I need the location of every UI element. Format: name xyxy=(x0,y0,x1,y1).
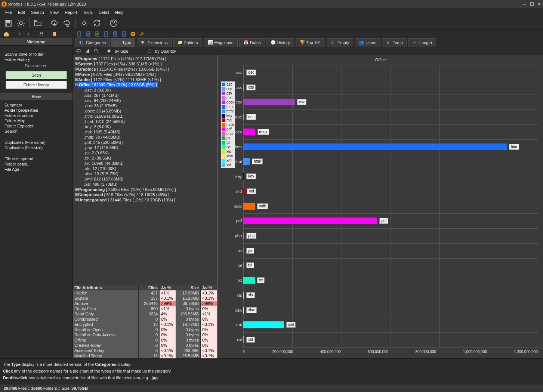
scan-drive-link[interactable]: Scan a drive or folder xyxy=(4,52,68,57)
tab-dates[interactable]: 📅Dates xyxy=(239,38,265,47)
tree-ext-csv[interactable]: .csv: 94 (200.24MB) xyxy=(74,98,216,103)
chart-bar-css[interactable] xyxy=(243,84,244,91)
chart-bar-mdb[interactable] xyxy=(243,203,255,210)
tree-ext-css[interactable]: .css: 267 (1.41MB) xyxy=(74,93,216,98)
tree-category-uncategorised[interactable]: ⊞Uncategorised [ 31446 Files (12%) / 3.7… xyxy=(74,197,216,203)
close-button[interactable]: ✕ xyxy=(536,0,543,8)
barchart-icon[interactable] xyxy=(84,48,91,55)
tree-ext-asc[interactable]: .asc: 3 (9.03K) xyxy=(74,87,216,93)
tab-folders[interactable]: 📁Folders xyxy=(173,38,202,47)
tree-ext-md[interactable]: .md: 1335 (5.40MB) xyxy=(74,129,216,135)
expand-icon[interactable]: ⊟ xyxy=(74,82,78,87)
attr-header-asp1[interactable]: As % xyxy=(160,285,176,290)
report-chart-icon[interactable] xyxy=(84,30,92,38)
tree-category-programming[interactable]: ⊞Programming [ 25835 Files (10%) / 655.0… xyxy=(74,187,216,192)
report-list-icon[interactable] xyxy=(111,30,119,38)
chart-bar-xml[interactable] xyxy=(243,321,284,328)
menu-edit[interactable]: Edit xyxy=(15,9,28,15)
chart-bar-xlsx[interactable] xyxy=(243,307,244,314)
forward-icon[interactable] xyxy=(24,30,33,38)
attr-row-modified-today[interactable]: Modified Today18<0.1%25.54MB<0.1% xyxy=(73,353,217,358)
folder-history-button[interactable]: Folder History xyxy=(6,81,67,89)
tree-label[interactable]: Uncategorised [ 31446 Files (12%) / 3.79… xyxy=(78,197,175,203)
cloud-refresh-icon[interactable] xyxy=(61,17,73,29)
folder-history-link[interactable]: Folder History xyxy=(4,57,68,62)
attr-row-offline[interactable]: Offline00%0 bytes0% xyxy=(73,337,217,343)
report-doc-icon[interactable] xyxy=(75,30,83,38)
report-check-icon[interactable] xyxy=(102,30,110,38)
category-tree[interactable]: ⊞Programs [ 1121 Files (<1%) / 917.17MB … xyxy=(73,55,217,285)
tree-label[interactable]: Audio [ 1172 Files (<1%) / 171.53MB (<1%… xyxy=(78,77,161,82)
attr-header-asp2[interactable]: As % xyxy=(201,285,217,290)
tree-ext-pdf[interactable]: .pdf: 345 (520.50MB) xyxy=(74,140,216,145)
chart-bar-pdf[interactable] xyxy=(243,217,377,224)
lock-icon[interactable] xyxy=(37,30,46,38)
chart-bar-csv[interactable] xyxy=(243,99,295,105)
tree-ext-tpl[interactable]: .tpl: 2 (88.56K) xyxy=(74,155,216,161)
expand-icon[interactable]: ⊞ xyxy=(74,72,78,77)
chart-bar-ps[interactable] xyxy=(243,247,244,254)
view-link-folder-map[interactable]: Folder Map xyxy=(4,118,68,123)
menu-report[interactable]: Report xyxy=(62,9,80,15)
save-icon[interactable] xyxy=(2,17,14,29)
tree-label[interactable]: Programming [ 25835 Files (10%) / 655.00… xyxy=(78,187,176,192)
attr-row-compressed[interactable]: Compressed00%0 bytes0% xyxy=(73,317,217,322)
view-link-folder-exploder[interactable]: Folder Exploder xyxy=(4,123,68,129)
expand-icon[interactable]: ⊞ xyxy=(74,77,78,82)
tree-label[interactable]: System [ 707 Files (<1%) / 336.51MB (<1%… xyxy=(78,61,162,67)
view-link-folder-detail-[interactable]: Folder detail... xyxy=(4,161,68,167)
attr-row-hidden[interactable]: Hidden427<1%17.98MB<0.1% xyxy=(73,290,217,296)
wrench-icon[interactable] xyxy=(138,30,146,38)
view-link-summary[interactable]: Summary xyxy=(4,102,68,108)
help-icon[interactable] xyxy=(108,17,120,29)
menu-search[interactable]: Search xyxy=(28,9,47,15)
tree-label[interactable]: Graphics [ 111401 Files (42%) / 13.65GB … xyxy=(78,67,169,72)
chart-bar-html[interactable] xyxy=(243,158,250,165)
chart-bar-htm[interactable] xyxy=(243,143,507,150)
tab-temp[interactable]: 🌡Temp xyxy=(382,38,407,47)
tree-ext-doc[interactable]: .doc: 33 (2.37MB) xyxy=(74,103,216,108)
refresh-icon[interactable] xyxy=(91,17,103,29)
attr-row-encrypted[interactable]: Encrypted18<0.1%19.72MB<0.1% xyxy=(73,322,217,327)
attr-header-size[interactable]: Size xyxy=(176,285,201,290)
view-link-duplicates-file-size-[interactable]: Duplicates (File size) xyxy=(4,145,68,150)
view-link-folder-properties[interactable]: Folder properties xyxy=(4,108,68,113)
tree-ext-key[interactable]: .key: 2 (5.00K) xyxy=(74,124,216,129)
chart-bar-txt[interactable] xyxy=(243,277,255,284)
tree-category-office[interactable]: ⊟Office [ 82909 Files (31%) / 2.03GB (5%… xyxy=(74,82,216,87)
tree-category-programs[interactable]: ⊞Programs [ 1121 Files (<1%) / 917.17MB … xyxy=(74,56,216,61)
tree-category-system[interactable]: ⊞System [ 707 Files (<1%) / 336.51MB (<1… xyxy=(74,61,216,67)
tree-ext-docx[interactable]: .docx: 35 (45.89MB) xyxy=(74,108,216,114)
xinorbis-logo-icon[interactable]: X xyxy=(129,30,137,38)
expand-icon[interactable]: ⊞ xyxy=(74,61,78,67)
view-link-file-size-spread-[interactable]: File size spread... xyxy=(4,156,68,161)
chart-bar-php[interactable] xyxy=(243,232,244,239)
menu-file[interactable]: File xyxy=(2,9,15,15)
menu-detail[interactable]: Detail xyxy=(96,9,112,15)
tab-length[interactable]: ↔Length xyxy=(408,38,436,47)
clipboard-icon[interactable] xyxy=(50,30,59,38)
tab-history[interactable]: 🕘History xyxy=(266,38,294,47)
tree-ext-ps[interactable]: .ps: 2 (9.65K) xyxy=(74,150,216,155)
attr-row-read-only[interactable]: Read Only92244%195.53MB<1% xyxy=(73,311,217,317)
menu-tools[interactable]: Tools xyxy=(80,9,96,15)
chart-bar-key[interactable] xyxy=(243,173,244,180)
attr-row-recall-on-open[interactable]: Recall on Open00%0 bytes0% xyxy=(73,327,217,332)
settings-icon[interactable] xyxy=(15,17,27,29)
tree-ext-xml[interactable]: .xml: 612 (157.89MB) xyxy=(74,176,216,182)
attr-header-files[interactable]: Files xyxy=(139,285,160,290)
report-export-icon[interactable] xyxy=(120,30,128,38)
sun-icon[interactable] xyxy=(78,17,90,29)
tree-label[interactable]: Compressed [ 619 Files (<1%) / 18.16GB (… xyxy=(78,192,169,197)
menu-help[interactable]: Help xyxy=(112,9,127,15)
chart-bar-asc[interactable] xyxy=(243,69,244,76)
tab-categories[interactable]: ◧Categories xyxy=(75,38,110,47)
tree-ext-html[interactable]: .html: 1010 (24.59MB) xyxy=(74,119,216,124)
tree-category-movie[interactable]: ⊞Movie [ 8278 Files (3%) / 96.32MB (<1%)… xyxy=(74,72,216,77)
expand-icon[interactable]: ⊞ xyxy=(74,197,78,203)
view-link-file-age-[interactable]: File Age... xyxy=(4,167,68,172)
tree-label[interactable]: Programs [ 1121 Files (<1%) / 917.17MB (… xyxy=(78,56,166,61)
attr-header-name[interactable]: File Attributes xyxy=(73,285,139,290)
view-link-folder-structure[interactable]: Folder structure xyxy=(4,113,68,118)
globe-icon[interactable] xyxy=(75,48,82,55)
